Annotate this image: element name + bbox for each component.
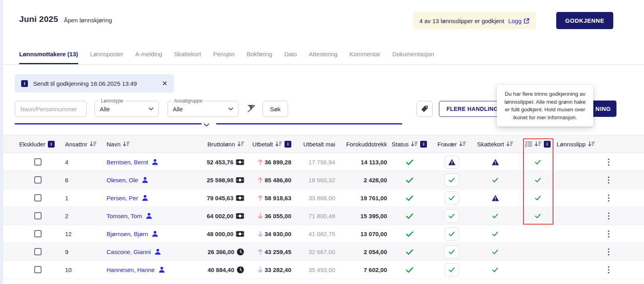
status-cell (387, 267, 432, 273)
collapse-chevron-icon[interactable] (203, 121, 209, 128)
column-header-skattekort[interactable]: Skattekort (472, 141, 519, 148)
person-icon[interactable] (142, 195, 148, 201)
fravaer-button[interactable] (444, 209, 459, 223)
fravaer-button[interactable] (444, 245, 459, 258)
log-link-label: Logg (508, 18, 522, 24)
sort-icon[interactable] (90, 141, 97, 147)
exclude-checkbox[interactable] (34, 212, 41, 219)
payroll-run-page: Juni 2025 Åpen lønnskjøring 4 av 13 lønn… (0, 0, 644, 284)
column-header-utbetalt[interactable]: Utbetalti (244, 141, 291, 148)
info-icon[interactable]: i (420, 141, 427, 148)
skattekort-cell (472, 159, 519, 166)
row-menu-button[interactable] (601, 266, 644, 274)
fravaer-button[interactable] (444, 263, 459, 276)
person-icon[interactable] (158, 266, 165, 273)
tab-a-melding[interactable]: A-melding (135, 51, 162, 64)
sort-icon[interactable] (535, 141, 541, 147)
close-icon[interactable]: ✕ (162, 80, 168, 87)
fravaer-button[interactable] (444, 191, 459, 205)
employee-link[interactable]: Hannesen, Hanne (107, 266, 155, 273)
clear-filter-icon[interactable] (247, 104, 256, 114)
tab-skattekort[interactable]: Skattekort (174, 51, 201, 64)
employee-link[interactable]: Bjørnsen, Bjørn (107, 231, 148, 237)
ansattgruppe-value: Alle (173, 106, 183, 112)
fravaer-button[interactable] (444, 174, 459, 187)
sort-icon[interactable] (123, 141, 130, 147)
employee-link[interactable]: Tomsen, Tom (107, 213, 142, 219)
info-icon[interactable]: i (284, 141, 291, 148)
column-header-l-nnsslipp[interactable]: Lønnsslipp (557, 141, 601, 148)
person-icon[interactable] (146, 213, 152, 219)
tag-button[interactable] (417, 101, 433, 117)
exclude-checkbox[interactable] (34, 248, 41, 255)
sort-icon[interactable] (506, 141, 513, 147)
info-icon[interactable]: i (48, 141, 55, 148)
person-icon[interactable] (152, 159, 158, 165)
row-menu-button[interactable] (601, 194, 644, 202)
skattekort-cell (472, 195, 519, 201)
employee-link[interactable]: Persen, Per (107, 195, 138, 201)
employee-link[interactable]: Cascone, Gianni (107, 248, 151, 255)
fravaer-button[interactable] (444, 227, 459, 241)
person-icon[interactable] (154, 248, 161, 255)
tab-l-nnsposter[interactable]: Lønnsposter (90, 51, 123, 64)
name-cell: Berntsen, Bernt (107, 159, 186, 166)
column-header-frav-r[interactable]: Fravær (432, 141, 472, 148)
person-icon[interactable] (142, 177, 148, 183)
search-button[interactable]: Søk (263, 101, 288, 117)
utbetalt-mai-cell: 18 560,32 (291, 177, 335, 183)
search-input[interactable] (15, 101, 87, 117)
exclude-checkbox[interactable] (34, 158, 41, 166)
employee-link[interactable]: Olesen, Ole (107, 177, 138, 183)
exclude-checkbox[interactable] (34, 230, 41, 237)
bruttolonn-cell: 79 045,63 (186, 195, 244, 201)
column-header[interactable]: i (519, 141, 557, 148)
column-label: Status (392, 141, 409, 148)
tab-dato[interactable]: Dato (284, 51, 297, 64)
sort-icon[interactable] (237, 141, 244, 147)
godkjenne-button[interactable]: GODKJENNE (556, 12, 613, 29)
checklist-icon[interactable] (525, 141, 532, 147)
tab-pensjon[interactable]: Pensjon (213, 51, 235, 64)
exclude-checkbox[interactable] (34, 194, 41, 201)
approved-check-icon (448, 267, 455, 272)
person-icon[interactable] (152, 231, 158, 237)
utbetalt-cell: 43 259,45 (244, 248, 291, 255)
row-menu-button[interactable] (601, 248, 644, 256)
lonnstype-select[interactable]: Lønnstype Alle (95, 101, 159, 117)
trend-up-icon (258, 195, 263, 201)
employee-link[interactable]: Berntsen, Bernt (107, 159, 148, 166)
name-cell: Bjørnsen, Bjørn (107, 231, 186, 237)
bruttolonn-cell: 64 002,00 (186, 213, 244, 219)
column-header-status[interactable]: Statusi (387, 141, 432, 148)
sort-icon[interactable] (411, 141, 418, 147)
row-menu-button[interactable] (601, 158, 644, 166)
tabs: Lønnsmottakere (13)LønnsposterA-meldingS… (19, 51, 434, 64)
tab-dokumentasjon[interactable]: Dokumentasjon (392, 51, 434, 64)
exclude-checkbox[interactable] (34, 176, 41, 183)
column-header-ansattnr[interactable]: Ansattnr (65, 141, 107, 148)
approval-summary-text: 4 av 13 lønnsslipper er godkjent (419, 18, 504, 24)
column-header-bruttol-nn[interactable]: Bruttolønn (186, 141, 244, 148)
lonnstype-label: Lønnstype (99, 98, 125, 104)
fravaer-cell (432, 245, 472, 258)
log-link[interactable]: Logg (508, 18, 529, 24)
tab-bokf-ring[interactable]: Bokføring (247, 51, 272, 64)
column-header-ekskluder[interactable]: Ekskluderi (3, 141, 65, 148)
ansattgruppe-select[interactable]: Ansattgruppe Alle (168, 101, 239, 117)
fravaer-button[interactable] (444, 156, 459, 169)
info-icon[interactable]: i (544, 141, 551, 148)
row-menu-button[interactable] (601, 176, 644, 184)
exclude-checkbox[interactable] (34, 266, 41, 273)
row-menu-button[interactable] (601, 212, 644, 220)
tab-l-nnsmottakere-13[interactable]: Lønnsmottakere (13) (19, 51, 78, 64)
exclude-cell (3, 194, 65, 201)
sort-icon[interactable] (588, 141, 595, 147)
column-header-navn[interactable]: Navn (107, 141, 186, 148)
approved-check-icon (535, 160, 541, 165)
row-menu-button[interactable] (601, 230, 644, 238)
sort-icon[interactable] (275, 141, 282, 147)
tab-attestering[interactable]: Attestering (309, 51, 338, 64)
sort-icon[interactable] (459, 141, 466, 147)
tab-kommentar[interactable]: Kommentar (350, 51, 381, 64)
